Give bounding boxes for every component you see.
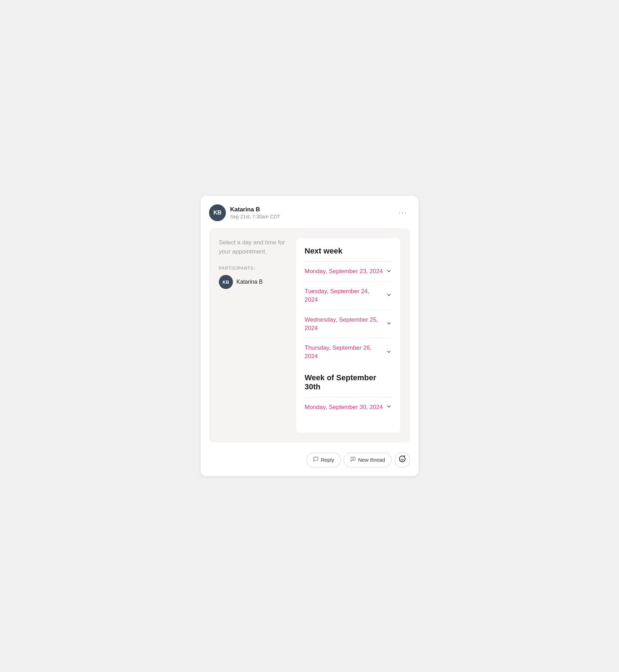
chevron-down-icon-0-0: [386, 268, 392, 275]
username: Katarina B: [230, 206, 280, 213]
message-body: Select a day and time for your appointme…: [209, 228, 410, 442]
participant-avatar: KB: [219, 275, 233, 289]
week-title-1: Week of September 30th: [305, 373, 392, 391]
user-info: Katarina B Sep 21st, 7:30am CDT: [230, 206, 280, 219]
participants-label: PARTICIPANTS:: [219, 266, 289, 271]
new-thread-icon: [350, 456, 356, 463]
date-label-0-1: Tuesday, September 24, 2024: [305, 287, 383, 304]
reply-label: Reply: [321, 457, 334, 463]
reply-button[interactable]: Reply: [306, 453, 341, 467]
date-label-0-2: Wednesday, September 25, 2024: [305, 316, 383, 332]
week-section-1: Week of September 30thMonday, September …: [305, 373, 392, 417]
date-item-0-1[interactable]: Tuesday, September 24, 2024: [305, 282, 392, 310]
date-label-0-3: Thursday, September 26, 2024: [305, 344, 383, 361]
new-thread-button[interactable]: New thread: [344, 453, 392, 467]
svg-line-5: [404, 456, 405, 456]
avatar: KB: [209, 204, 226, 221]
participant-name: Katarina B: [236, 279, 263, 285]
date-item-1-0[interactable]: Monday, September 30, 2024: [305, 397, 392, 417]
more-options-button[interactable]: ···: [396, 207, 410, 219]
chevron-down-icon-1-0: [386, 404, 392, 410]
footer: Reply New thread: [209, 449, 410, 468]
chevron-down-icon-0-3: [386, 349, 392, 356]
appointment-prompt: Select a day and time for your appointme…: [219, 238, 289, 256]
header-left: KB Katarina B Sep 21st, 7:30am CDT: [209, 204, 280, 221]
left-panel: Select a day and time for your appointme…: [219, 238, 289, 432]
reply-icon: [313, 456, 319, 463]
message-header: KB Katarina B Sep 21st, 7:30am CDT ···: [209, 204, 410, 221]
schedule-panel: Next weekMonday, September 23, 2024Tuesd…: [296, 238, 400, 432]
timestamp: Sep 21st, 7:30am CDT: [230, 214, 280, 219]
message-container: KB Katarina B Sep 21st, 7:30am CDT ··· S…: [201, 196, 418, 476]
chevron-down-icon-0-1: [386, 292, 392, 299]
new-thread-label: New thread: [358, 457, 385, 463]
svg-point-2: [399, 456, 405, 462]
participant-row: KB Katarina B: [219, 275, 289, 289]
date-item-0-0[interactable]: Monday, September 23, 2024: [305, 262, 392, 282]
week-title-0: Next week: [305, 246, 392, 256]
date-label-0-0: Monday, September 23, 2024: [305, 267, 383, 276]
emoji-reaction-button[interactable]: [395, 452, 410, 468]
date-item-0-3[interactable]: Thursday, September 26, 2024: [305, 338, 392, 366]
emoji-icon: [399, 455, 406, 464]
chevron-down-icon-0-2: [386, 321, 392, 327]
date-label-1-0: Monday, September 30, 2024: [305, 403, 383, 411]
week-section-0: Next weekMonday, September 23, 2024Tuesd…: [305, 246, 392, 366]
date-item-0-2[interactable]: Wednesday, September 25, 2024: [305, 310, 392, 338]
